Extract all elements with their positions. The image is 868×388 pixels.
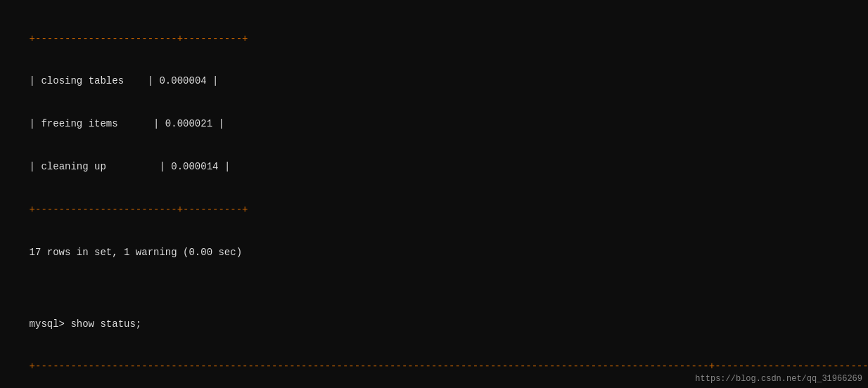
closing-tables-value: 0.000004 (159, 75, 206, 86)
command-line: mysql> show status; (30, 318, 142, 330)
main-table-border-top: +---------------------------------------… (30, 361, 868, 372)
rows-info: 17 rows in set, 1 warning (0.00 sec) (30, 247, 242, 258)
freeing-items-row: | freeing items | 0.000021 | (30, 118, 224, 129)
top-section: +------------------------+----------+ | … (6, 3, 862, 345)
top-table-border-bottom: +------------------------+----------+ (30, 204, 248, 215)
cleaning-up-label: cleaning up (41, 161, 106, 172)
watermark: https://blog.csdn.net/qq_31966269 (695, 374, 862, 384)
cleaning-up-value: 0.000014 (171, 161, 218, 172)
top-table-border-top: +------------------------+----------+ (30, 33, 248, 44)
freeing-items-value: 0.000021 (165, 118, 212, 129)
terminal-window: +------------------------+----------+ | … (0, 0, 868, 388)
closing-tables-row: | closing tables | 0.000004 | (30, 75, 219, 86)
cleaning-up-row: | cleaning up | 0.000014 | (30, 161, 231, 172)
closing-tables-label: closing tables (41, 75, 124, 86)
freeing-items-label: freeing items (41, 118, 117, 129)
